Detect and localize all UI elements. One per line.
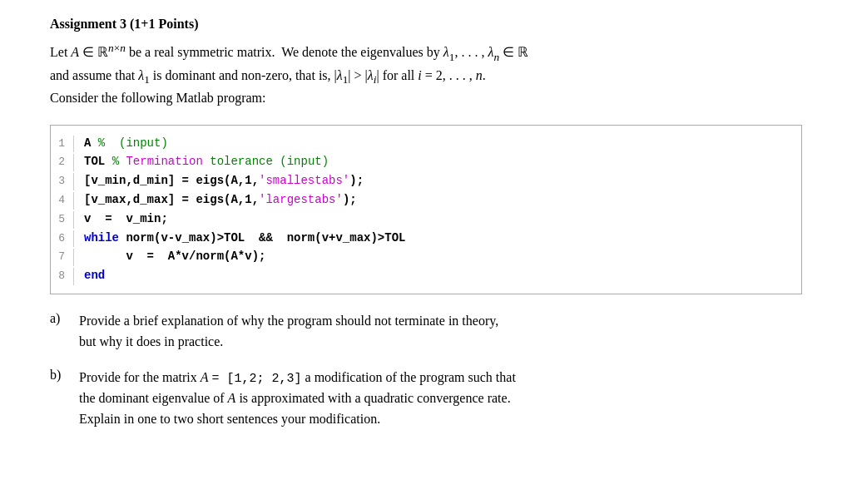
code-content-1: A % (input) [84, 134, 168, 152]
question-a-text: Provide a brief explanation of why the p… [79, 311, 498, 353]
line-number-5: 5 [51, 211, 74, 229]
code-content-2: TOL % Termination tolerance (input) [84, 152, 329, 170]
line-number-4: 4 [51, 192, 74, 210]
code-block: 1 A % (input) 2 TOL % Termination tolera… [50, 125, 802, 294]
line-number-7: 7 [51, 249, 74, 266]
assignment-container: Assignment 3 (1+1 Points) Let A ∈ ℝn×n b… [50, 17, 802, 429]
question-b-label: b) [50, 368, 79, 383]
code-content-3: [v_min,d_min] = eigs(A,1,'smallestabs'); [84, 171, 364, 190]
code-line-6: 6 while norm(v-v_max)>TOL && norm(v+v_ma… [51, 229, 801, 248]
code-line-3: 3 [v_min,d_min] = eigs(A,1,'smallestabs'… [51, 171, 801, 190]
intro-text: Let A ∈ ℝn×n be a real symmetric matrix.… [50, 40, 802, 108]
line-number-8: 8 [51, 268, 74, 285]
code-line-7: 7 v = A*v/norm(A*v); [51, 247, 801, 266]
question-a-label: a) [50, 311, 79, 326]
code-content-4: [v_max,d_max] = eigs(A,1,'largestabs'); [84, 190, 357, 209]
code-line-8: 8 end [51, 266, 801, 285]
questions-section: a) Provide a brief explanation of why th… [50, 311, 802, 429]
code-line-2: 2 TOL % Termination tolerance (input) [51, 152, 801, 171]
code-content-6: while norm(v-v_max)>TOL && norm(v+v_max)… [84, 229, 405, 247]
code-content-7: v = A*v/norm(A*v); [84, 247, 265, 265]
question-a: a) Provide a brief explanation of why th… [50, 311, 802, 353]
line-number-1: 1 [51, 136, 74, 153]
code-line-1: 1 A % (input) [51, 134, 801, 153]
line-number-6: 6 [51, 230, 74, 248]
question-b: b) Provide for the matrix A = [1,2; 2,3]… [50, 368, 802, 430]
question-b-text: Provide for the matrix A = [1,2; 2,3] a … [79, 368, 516, 430]
code-line-4: 4 [v_max,d_max] = eigs(A,1,'largestabs')… [51, 190, 801, 210]
assignment-title: Assignment 3 (1+1 Points) [50, 17, 802, 32]
line-number-2: 2 [51, 154, 74, 171]
code-content-5: v = v_min; [84, 210, 168, 228]
line-number-3: 3 [51, 173, 74, 190]
code-line-5: 5 v = v_min; [51, 210, 801, 229]
code-content-8: end [84, 266, 105, 284]
